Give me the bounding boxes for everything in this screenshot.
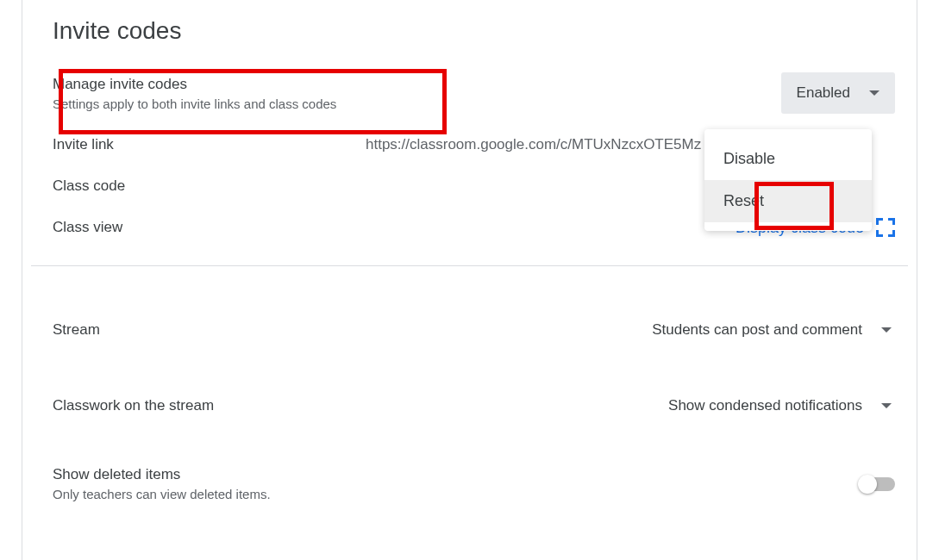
class-view-label: Class view <box>53 219 122 236</box>
enabled-dropdown-label: Enabled <box>797 84 850 102</box>
invite-link-label: Invite link <box>53 136 114 153</box>
toggle-knob <box>858 475 877 494</box>
stream-value: Students can post and comment <box>652 321 862 339</box>
stream-dropdown[interactable]: Students can post and comment <box>648 314 895 345</box>
manage-title: Manage invite codes <box>53 76 336 93</box>
divider <box>31 265 908 266</box>
section-title: Invite codes <box>22 17 917 62</box>
classwork-row: Classwork on the stream Show condensed n… <box>22 368 917 444</box>
show-deleted-sublabel: Only teachers can view deleted items. <box>53 487 271 501</box>
menu-item-disable[interactable]: Disable <box>704 138 872 180</box>
stream-row: Stream Students can post and comment <box>22 292 917 368</box>
classwork-label: Classwork on the stream <box>53 397 214 414</box>
chevron-down-icon <box>869 90 880 96</box>
invite-codes-menu: Disable Reset <box>704 129 872 231</box>
stream-label: Stream <box>53 321 100 339</box>
fullscreen-icon <box>876 218 895 237</box>
class-code-label: Class code <box>53 177 125 195</box>
show-deleted-label: Show deleted items <box>53 466 271 483</box>
manage-subtitle: Settings apply to both invite links and … <box>53 96 336 111</box>
show-deleted-toggle[interactable] <box>861 477 895 491</box>
classwork-value: Show condensed notifications <box>668 397 862 414</box>
classwork-dropdown[interactable]: Show condensed notifications <box>665 390 895 421</box>
show-deleted-row: Show deleted items Only teachers can vie… <box>22 444 917 524</box>
settings-panel: Invite codes Manage invite codes Setting… <box>22 0 917 560</box>
invite-link-value: https://classroom.google.com/c/MTUxNzcxO… <box>366 136 701 153</box>
manage-invite-codes-row: Manage invite codes Settings apply to bo… <box>22 62 917 124</box>
enabled-dropdown[interactable]: Enabled <box>781 72 895 114</box>
chevron-down-icon <box>881 327 892 333</box>
menu-item-reset[interactable]: Reset <box>704 180 872 222</box>
manage-invite-codes-text: Manage invite codes Settings apply to bo… <box>53 76 336 111</box>
chevron-down-icon <box>881 403 892 408</box>
